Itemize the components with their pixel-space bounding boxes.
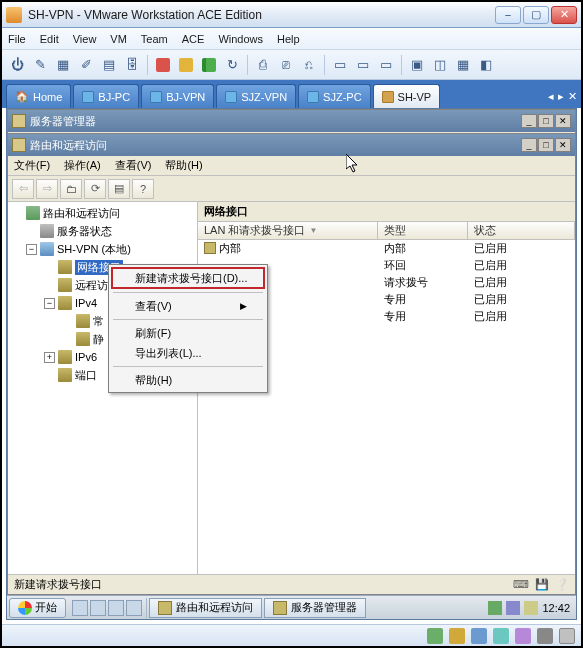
rras-menu-file[interactable]: 文件(F) xyxy=(14,158,50,173)
sort-desc-icon: ▼ xyxy=(309,226,317,235)
tab-sjz-pc[interactable]: SJZ-PC xyxy=(298,84,371,108)
tb-play-icon[interactable] xyxy=(198,54,220,76)
tray-clock[interactable]: 12:42 xyxy=(542,602,570,614)
ipv4-icon xyxy=(58,296,72,310)
ql-item-icon[interactable] xyxy=(108,600,124,616)
menu-edit[interactable]: Edit xyxy=(40,33,59,45)
tb-box-icon[interactable]: ▦ xyxy=(52,54,74,76)
taskbar-srvmgr[interactable]: 服务器管理器 xyxy=(264,598,366,618)
device-hdd-icon[interactable] xyxy=(427,628,443,644)
tab-home[interactable]: 🏠Home xyxy=(6,84,71,108)
tb-reset-icon[interactable]: ↻ xyxy=(221,54,243,76)
device-usb-icon[interactable] xyxy=(537,628,553,644)
status-text: 新建请求拨号接口 xyxy=(14,577,102,592)
srvmgr-close-button[interactable]: ✕ xyxy=(555,114,571,128)
tab-sh-vp[interactable]: SH-VP xyxy=(373,84,441,108)
ctx-export-list[interactable]: 导出列表(L)... xyxy=(111,343,265,363)
vm-icon xyxy=(307,91,319,103)
vmware-statusbar xyxy=(2,624,581,646)
rras-minimize-button[interactable]: _ xyxy=(521,138,537,152)
menu-windows[interactable]: Windows xyxy=(218,33,263,45)
device-sound-icon[interactable] xyxy=(515,628,531,644)
rras-properties-icon[interactable]: ▤ xyxy=(108,179,130,199)
tabs-close-icon[interactable]: ✕ xyxy=(568,90,577,103)
tb-power-icon[interactable]: ⏻ xyxy=(6,54,28,76)
start-button[interactable]: 开始 xyxy=(9,598,66,618)
rras-title: 路由和远程访问 xyxy=(30,138,107,153)
rras-menu-action[interactable]: 操作(A) xyxy=(64,158,101,173)
srvmgr-maximize-button[interactable]: □ xyxy=(538,114,554,128)
tree-root[interactable]: 路由和远程访问 xyxy=(8,204,197,222)
ipv6-icon xyxy=(58,350,72,364)
menu-ace[interactable]: ACE xyxy=(182,33,205,45)
rras-refresh-icon[interactable]: ⟳ xyxy=(84,179,106,199)
device-floppy-icon[interactable] xyxy=(471,628,487,644)
rras-menu-help[interactable]: 帮助(H) xyxy=(165,158,202,173)
ql-item-icon[interactable] xyxy=(90,600,106,616)
expander-icon[interactable]: − xyxy=(26,244,37,255)
expander-icon[interactable]: − xyxy=(44,298,55,309)
tree-server[interactable]: −SH-VPN (本地) xyxy=(8,240,197,258)
vmware-minimize-button[interactable]: − xyxy=(495,6,521,24)
tab-bj-vpn[interactable]: BJ-VPN xyxy=(141,84,214,108)
tree-server-status[interactable]: 服务器状态 xyxy=(8,222,197,240)
tb-sidebar-icon[interactable]: ◧ xyxy=(475,54,497,76)
rras-maximize-button[interactable]: □ xyxy=(538,138,554,152)
menu-team[interactable]: Team xyxy=(141,33,168,45)
tb-revert-icon[interactable]: ⎌ xyxy=(298,54,320,76)
menu-help[interactable]: Help xyxy=(277,33,300,45)
tab-bj-pc[interactable]: BJ-PC xyxy=(73,84,139,108)
rras-forward-icon[interactable]: ⇨ xyxy=(36,179,58,199)
rras-up-icon[interactable]: 🗀 xyxy=(60,179,82,199)
tray-icon[interactable] xyxy=(524,601,538,615)
menu-vm[interactable]: VM xyxy=(110,33,127,45)
rras-titlebar[interactable]: 路由和远程访问 _ □ ✕ xyxy=(8,134,575,156)
tabs-scroll-right-icon[interactable]: ▸ xyxy=(558,90,564,103)
interface-icon xyxy=(204,242,216,254)
vmware-maximize-button[interactable]: ▢ xyxy=(523,6,549,24)
ctx-help[interactable]: 帮助(H) xyxy=(111,370,265,390)
tb-snapshot-icon[interactable]: ⎙ xyxy=(252,54,274,76)
tb-pause-icon[interactable] xyxy=(175,54,197,76)
rras-menu-view[interactable]: 查看(V) xyxy=(115,158,152,173)
ctx-new-demand-dial[interactable]: 新建请求拨号接口(D)... xyxy=(111,267,265,289)
menu-view[interactable]: View xyxy=(73,33,97,45)
tabs-scroll-left-icon[interactable]: ◂ xyxy=(548,90,554,103)
tb-screen1-icon[interactable]: ▭ xyxy=(329,54,351,76)
device-net-icon[interactable] xyxy=(493,628,509,644)
list-row[interactable]: 内部 内部 已启用 xyxy=(198,240,575,257)
menu-file[interactable]: File xyxy=(8,33,26,45)
rras-close-button[interactable]: ✕ xyxy=(555,138,571,152)
col-status[interactable]: 状态 xyxy=(468,222,575,239)
rras-back-icon[interactable]: ⇦ xyxy=(12,179,34,199)
tb-screen2-icon[interactable]: ▭ xyxy=(352,54,374,76)
tb-unity-icon[interactable]: ◫ xyxy=(429,54,451,76)
tb-edit-icon[interactable]: ✎ xyxy=(29,54,51,76)
tab-sjz-vpn[interactable]: SJZ-VPN xyxy=(216,84,296,108)
tb-fullscreen-icon[interactable]: ▣ xyxy=(406,54,428,76)
ql-item-icon[interactable] xyxy=(126,600,142,616)
device-display-icon[interactable] xyxy=(559,628,575,644)
col-type[interactable]: 类型 xyxy=(378,222,468,239)
tray-icon[interactable] xyxy=(488,601,502,615)
tb-thumb-icon[interactable]: ▦ xyxy=(452,54,474,76)
taskbar-rras[interactable]: 路由和远程访问 xyxy=(149,598,262,618)
tb-compose-icon[interactable]: ✐ xyxy=(75,54,97,76)
tb-grid-icon[interactable]: ▤ xyxy=(98,54,120,76)
expander-icon[interactable]: + xyxy=(44,352,55,363)
col-name[interactable]: LAN 和请求拨号接口▼ xyxy=(198,222,378,239)
ctx-refresh[interactable]: 刷新(F) xyxy=(111,323,265,343)
tb-server-icon[interactable]: 🗄 xyxy=(121,54,143,76)
tb-snapmgr-icon[interactable]: ⎚ xyxy=(275,54,297,76)
submenu-arrow-icon: ▶ xyxy=(228,301,247,311)
vmware-close-button[interactable]: ✕ xyxy=(551,6,577,24)
rras-help-icon[interactable]: ? xyxy=(132,179,154,199)
device-cd-icon[interactable] xyxy=(449,628,465,644)
tb-stop-icon[interactable] xyxy=(152,54,174,76)
ql-item-icon[interactable] xyxy=(72,600,88,616)
tb-screen3-icon[interactable]: ▭ xyxy=(375,54,397,76)
srvmgr-minimize-button[interactable]: _ xyxy=(521,114,537,128)
ctx-view[interactable]: 查看(V)▶ xyxy=(111,296,265,316)
tray-icon[interactable] xyxy=(506,601,520,615)
disk-icon: 💾 xyxy=(535,578,549,591)
